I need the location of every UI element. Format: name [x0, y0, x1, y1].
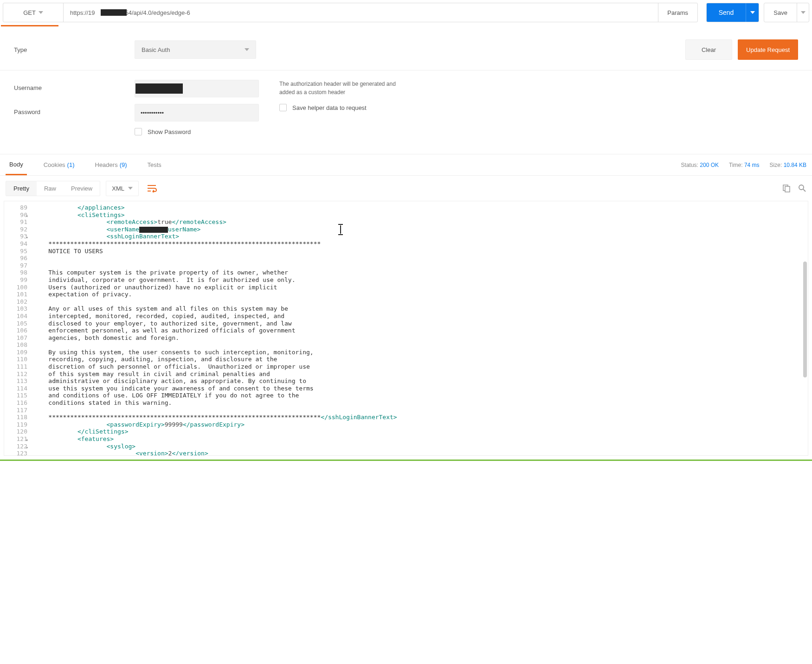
http-method-value: GET: [23, 9, 36, 16]
search-icon[interactable]: [798, 184, 806, 192]
http-method-select[interactable]: GET: [3, 3, 64, 22]
tab-cookies[interactable]: Cookies (1): [40, 154, 78, 175]
save-dropdown[interactable]: [797, 3, 809, 22]
show-password-checkbox[interactable]: [135, 128, 142, 135]
wrap-icon: [147, 184, 157, 192]
format-select[interactable]: XML: [106, 181, 139, 196]
scrollbar-thumb[interactable]: [803, 262, 807, 377]
view-preview[interactable]: Preview: [64, 181, 100, 196]
chevron-down-icon: [750, 11, 755, 14]
params-button[interactable]: Params: [658, 3, 697, 22]
tab-headers[interactable]: Headers (9): [91, 154, 131, 175]
redacted-url-segment: [101, 9, 127, 16]
redacted-username: [135, 83, 183, 94]
cookies-count: (1): [67, 161, 75, 168]
username-input[interactable]: [135, 80, 259, 97]
chevron-down-icon: [39, 11, 43, 14]
chevron-down-icon: [128, 187, 133, 190]
password-value: •••••••••••: [141, 109, 164, 116]
save-helper-label: Save helper data to request: [292, 104, 367, 111]
chevron-down-icon: [801, 11, 806, 14]
chevron-down-icon: [245, 48, 249, 51]
view-pretty[interactable]: Pretty: [6, 181, 37, 196]
wrap-lines-button[interactable]: [144, 180, 160, 196]
update-request-button[interactable]: Update Request: [738, 39, 798, 60]
auth-type-value: Basic Auth: [142, 46, 170, 53]
text-cursor: [340, 225, 341, 234]
svg-point-2: [799, 185, 804, 190]
url-input[interactable]: [64, 9, 658, 16]
auth-type-select[interactable]: Basic Auth: [135, 40, 256, 59]
password-label: Password: [14, 104, 135, 115]
send-button[interactable]: Send: [707, 3, 746, 22]
window-border: [0, 460, 812, 461]
tab-body[interactable]: Body: [6, 154, 27, 175]
auth-help-text: The authorization header will be generat…: [279, 80, 400, 96]
response-time: Time: 74 ms: [729, 162, 760, 168]
svg-rect-1: [785, 186, 790, 192]
response-status: Status: 200 OK: [681, 162, 719, 168]
password-input[interactable]: •••••••••••: [135, 104, 259, 121]
save-helper-checkbox[interactable]: [279, 104, 287, 111]
response-body-viewer[interactable]: 8990▾919293▾9495969798991001011021031041…: [4, 201, 808, 456]
username-label: Username: [14, 80, 135, 91]
send-dropdown[interactable]: [746, 3, 759, 22]
headers-count: (9): [120, 161, 127, 168]
save-button[interactable]: Save: [764, 3, 797, 22]
clear-button[interactable]: Clear: [685, 39, 732, 60]
copy-icon[interactable]: [782, 184, 791, 192]
response-size: Size: 10.84 KB: [770, 162, 806, 168]
svg-line-3: [803, 189, 806, 192]
view-raw[interactable]: Raw: [37, 181, 64, 196]
show-password-label: Show Password: [148, 128, 191, 135]
tab-tests[interactable]: Tests: [144, 154, 165, 175]
auth-type-label: Type: [14, 46, 135, 53]
